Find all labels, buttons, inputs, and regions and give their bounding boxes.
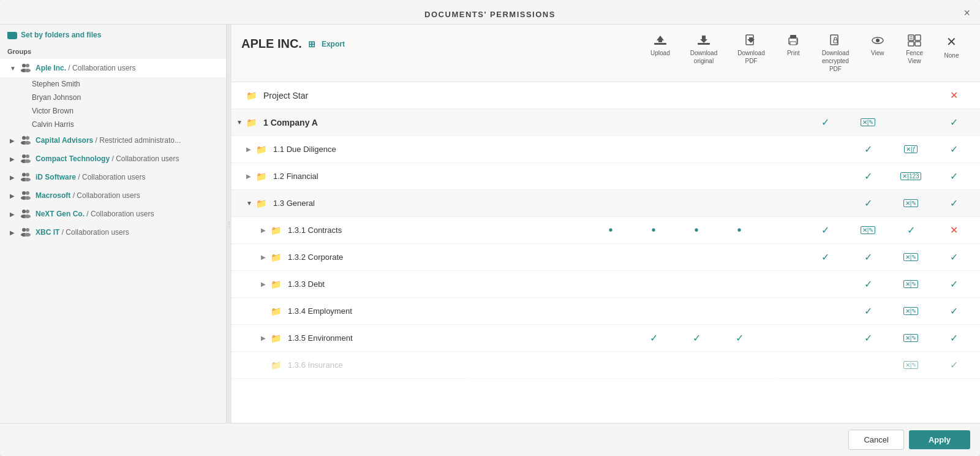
perm-view2: ✓ (804, 251, 846, 263)
perm-fence: ✕|✎ (889, 361, 932, 369)
upload-icon (654, 34, 667, 47)
export-button[interactable]: Export (322, 40, 345, 48)
row-perms: ✓ ✕|✎ ✓ (632, 197, 975, 209)
sidebar-user-stephen-smith[interactable]: Stephen Smith (0, 77, 226, 91)
sidebar-item-next-gen-co[interactable]: ▶ NeXT Gen Co. / Collaboration users (0, 205, 226, 223)
svg-point-1 (26, 64, 29, 67)
svg-point-23 (24, 215, 31, 218)
resize-handle[interactable]: ⋮ (227, 25, 232, 423)
svg-point-4 (22, 136, 26, 140)
row-perms: ✓ ✓ ✕|✎ ✓ (589, 251, 975, 263)
apply-button[interactable]: Apply (909, 430, 970, 449)
folder-row-1-3-6-insurance[interactable]: 📁 1.3.6 Insurance ✕|✎ ✓ (232, 352, 980, 379)
action-print[interactable]: Print (775, 32, 812, 75)
action-download-original[interactable]: Downloadoriginal (680, 32, 728, 75)
permission-actions: Upload Downloadoriginal DownloadPDF (641, 32, 970, 75)
folder-row-1-3-2-corporate[interactable]: ▶ 📁 1.3.2 Corporate ✓ ✓ ✕|✎ ✓ (232, 244, 980, 271)
sidebar-item-xbc-it[interactable]: ▶ XBC IT / Collaboration users (0, 223, 226, 241)
sidebar-item-compact-technology[interactable]: ▶ Compact Technology / Collaboration use… (0, 150, 226, 168)
perm-extra: ✓ (932, 359, 975, 371)
none-icon: ✕ (946, 34, 957, 49)
svg-point-21 (26, 210, 29, 213)
svg-point-16 (22, 191, 26, 195)
perm-view: ✓ (846, 170, 889, 182)
folder-row-1-2-financial[interactable]: ▶ 📁 1.2 Financial ✓ ✕|123 ✓ (232, 163, 980, 190)
svg-point-17 (26, 191, 29, 195)
group-users-icon (20, 208, 32, 219)
group-name: iD Software / Collaboration users (36, 173, 145, 181)
folder-icon: 📁 (256, 172, 271, 181)
action-upload[interactable]: Upload (641, 32, 680, 75)
group-users-icon (20, 63, 32, 74)
groups-label: Groups (0, 45, 226, 59)
perm-view: ✓ (846, 197, 889, 209)
sidebar-section-label: Set by folders and files (21, 31, 101, 39)
svg-marker-29 (657, 36, 664, 42)
group-name: Compact Technology / Collaboration users (36, 154, 179, 163)
folder-row-1-3-4-employment[interactable]: 📁 1.3.4 Employment ✓ ✕|✎ ✓ (232, 298, 980, 325)
action-fence-view[interactable]: FenceView (896, 32, 933, 75)
folder-row-1-1-due-diligence[interactable]: ▶ 📁 1.1 Due Diligence ✓ ✕|ƒ ✓ (232, 136, 980, 163)
action-fence-view-label: FenceView (906, 49, 923, 65)
sidebar-section-header[interactable]: Set by folders and files (0, 25, 226, 45)
folder-icon: 📁 (271, 226, 285, 235)
download-pdf-icon (744, 34, 758, 47)
action-download-pdf[interactable]: DownloadPDF (728, 32, 775, 75)
group-users-icon (20, 172, 32, 183)
folder-name: 1.3.5 Environment (285, 333, 632, 343)
group-users-icon (20, 227, 32, 238)
folder-row-1-3-3-debt[interactable]: ▶ 📁 1.3.3 Debt ✓ ✕|✎ ✓ (232, 271, 980, 298)
action-view[interactable]: View (859, 32, 896, 75)
perm-upload: • (589, 223, 632, 237)
action-download-original-label: Downloadoriginal (690, 49, 717, 65)
folder-icon (7, 32, 17, 39)
sidebar-user-bryan-johnson[interactable]: Bryan Johnson (0, 91, 226, 104)
folder-row-1-3-5-environment[interactable]: ▶ 📁 1.3.5 Environment ✓ ✓ ✓ ✓ ✕|✎ ✓ (232, 325, 980, 352)
sidebar-item-macrosoft[interactable]: ▶ Macrosoft / Collaboration users (0, 186, 226, 205)
folder-name: 1.3 General (271, 199, 632, 208)
folder-row-project-star[interactable]: 📁 Project Star ✕ (232, 82, 980, 109)
svg-point-5 (26, 136, 29, 140)
perm-view: ✓ (846, 305, 889, 317)
sidebar-item-aple-inc[interactable]: ▼ Aple Inc. / Collaboration users (0, 59, 226, 77)
sidebar-user-calvin-harris[interactable]: Calvin Harris (0, 118, 226, 131)
perm-none: ✕ (932, 89, 975, 101)
svg-rect-43 (915, 35, 921, 40)
action-download-encrypted-pdf[interactable]: DownloadencryptedPDF (812, 32, 859, 75)
svg-rect-45 (915, 42, 921, 46)
svg-point-24 (22, 228, 26, 232)
perm-extra: ✓ (932, 278, 975, 290)
arrow-icon: ▶ (10, 137, 16, 144)
svg-rect-42 (908, 35, 914, 40)
folder-row-1-3-1-contracts[interactable]: ▶ 📁 1.3.1 Contracts • • • • ✓ ✕|✎ ✓ ✕ (232, 217, 980, 244)
cancel-button[interactable]: Cancel (848, 430, 903, 450)
arrow-icon: ▶ (261, 281, 271, 287)
close-button[interactable]: × (963, 7, 970, 18)
svg-point-37 (796, 39, 797, 40)
fence-badge: ✕|✎ (903, 307, 919, 315)
arrow-icon: ▼ (246, 200, 256, 207)
sidebar-user-victor-brown[interactable]: Victor Brown (0, 104, 226, 118)
folder-icon: 📁 (271, 360, 285, 370)
perm-extra: ✓ (932, 143, 975, 155)
folder-row-1-3-general[interactable]: ▼ 📁 1.3 General ✓ ✕|✎ ✓ (232, 190, 980, 217)
row-perms: ✕ (632, 89, 975, 101)
perm-extra: ✓ (932, 170, 975, 182)
folder-icon: 📁 (246, 91, 261, 101)
fence-badge: ✕|✎ (861, 118, 876, 126)
grid-icon: ⊞ (308, 39, 315, 49)
action-none[interactable]: ✕ None (933, 32, 970, 75)
folder-row-1-company-a[interactable]: ▼ 📁 1 Company A ✓ ✕|✎ ✓ (232, 109, 980, 136)
svg-point-12 (22, 173, 26, 177)
fence-badge: ✕|✎ (903, 253, 919, 261)
row-perms: ✓ ✕|✎ ✓ (632, 278, 975, 290)
row-perms: • • • • ✓ ✕|✎ ✓ ✕ (589, 223, 975, 237)
fence-badge: ✕|✎ (861, 226, 876, 234)
arrow-icon: ▶ (10, 211, 16, 218)
dialog-title: DOCUMENTS' PERMISSIONS (424, 10, 556, 19)
sidebar-item-id-software[interactable]: ▶ iD Software / Collaboration users (0, 168, 226, 186)
download-original-icon (697, 34, 710, 47)
sidebar-item-capital-advisors[interactable]: ▶ Capital Advisors / Restricted administ… (0, 131, 226, 150)
view-icon (871, 34, 884, 47)
perm-none: ✕ (932, 224, 975, 236)
